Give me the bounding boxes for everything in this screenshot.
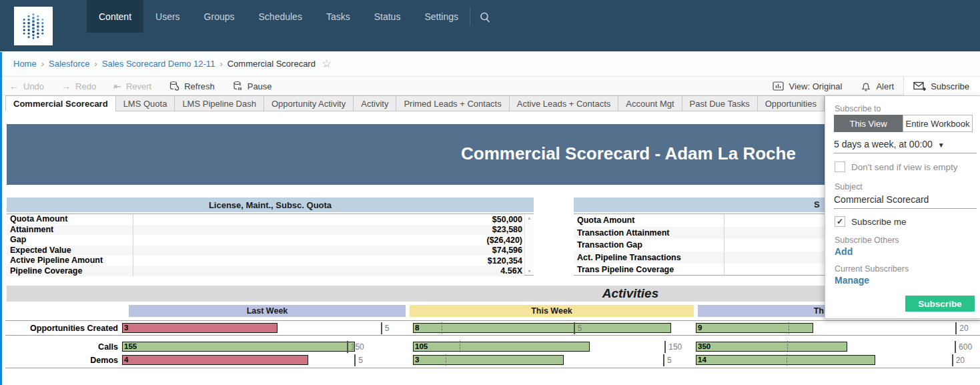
goal-reference-label: 150	[668, 342, 682, 352]
entire-workbook-button[interactable]: Entire Workbook	[903, 115, 973, 132]
breadcrumb-current: Commercial Scorecard	[227, 59, 316, 69]
row-label-cell: Attainment	[7, 225, 133, 236]
row-value-cell: $74,596	[133, 246, 524, 255]
revert-button[interactable]: ⇤Revert	[113, 81, 151, 91]
activity-row-label-opportunities-created: Opportunities Created	[0, 322, 118, 334]
row-label-cell: Trans Pipeline Coverage	[574, 264, 724, 276]
goal-reference-label: 20	[959, 324, 968, 333]
activities-title: Activities	[557, 286, 704, 302]
row-divider	[5, 335, 980, 336]
scroll-down-icon[interactable]: ▼	[525, 269, 534, 274]
add-link[interactable]: Add	[835, 246, 853, 257]
subscribe-envelope-icon	[913, 81, 926, 91]
bar-value-label: 3	[124, 324, 128, 332]
value-bar	[413, 323, 671, 333]
row-label-cell: Active Pipeline Amount	[7, 256, 133, 266]
pause-button[interactable]: Pause	[232, 81, 272, 91]
elapsed-dotted-line	[460, 341, 460, 352]
breadcrumb-link-home[interactable]: Home	[13, 59, 37, 69]
subscribe-submit-button[interactable]: Subscribe	[905, 296, 975, 312]
refresh-data-icon	[169, 81, 179, 91]
manage-link[interactable]: Manage	[835, 275, 869, 286]
value-bar	[696, 342, 847, 352]
quota-table: Quota Amount$50,000Attainment$23,580Gap(…	[7, 214, 534, 276]
row-label-cell: Act. Pipeline Transactions	[574, 252, 724, 264]
elapsed-dotted-line	[787, 341, 788, 352]
undo-button[interactable]: ←Undo	[9, 81, 44, 91]
table-row: Quota Amount$50,000	[7, 214, 524, 225]
nav-item-tasks[interactable]: Tasks	[314, 0, 362, 33]
tab-lms-pipeline-dash[interactable]: LMS Pipeline Dash	[174, 95, 264, 111]
tab-primed-leads-contacts[interactable]: Primed Leads + Contacts	[396, 95, 509, 111]
view-original-button[interactable]: View: Original	[763, 77, 851, 95]
nav-item-settings[interactable]: Settings	[412, 0, 470, 33]
dont-send-label: Don't send if view is empty	[851, 162, 957, 172]
goal-reference-line	[381, 322, 382, 334]
table-row: Pipeline Coverage4.56X	[7, 266, 524, 277]
row-divider	[5, 320, 980, 321]
goal-reference-label: 150	[351, 342, 364, 352]
subscribe-me-checkbox-row[interactable]: ✓ Subscribe me	[835, 216, 907, 227]
value-bar	[413, 342, 590, 352]
breadcrumb-separator-icon: ›	[219, 59, 222, 69]
subscribe-me-checkbox[interactable]: ✓	[835, 216, 845, 227]
alert-button[interactable]: Alert	[851, 77, 903, 95]
subscribe-me-label: Subscribe me	[851, 217, 907, 227]
globe-logo-icon	[17, 9, 50, 43]
tab-active-leads-contacts[interactable]: Active Leads + Contacts	[509, 95, 619, 111]
subscribe-button-toolbar[interactable]: Subscribe	[903, 77, 980, 95]
nav-item-status[interactable]: Status	[362, 0, 413, 33]
value-bar	[696, 323, 813, 333]
subscribe-target-toggle: This View Entire Workbook	[834, 115, 973, 132]
favorite-star-icon[interactable]: ☆	[322, 57, 332, 71]
table-row: Gap($26,420)	[7, 235, 524, 246]
pause-updates-icon	[232, 81, 243, 91]
value-bar	[122, 342, 355, 352]
scroll-up-icon[interactable]: ▲	[525, 216, 534, 220]
dont-send-checkbox[interactable]	[835, 161, 845, 172]
elapsed-dotted-line	[442, 322, 442, 334]
goal-reference-label: 600	[959, 342, 972, 352]
tab-lms-quota[interactable]: LMS Quota	[115, 95, 175, 111]
revert-icon: ⇤	[113, 81, 121, 91]
bar-value-label: 3	[415, 356, 419, 364]
tab-commercial-scorecard[interactable]: Commercial Scorecard	[5, 95, 116, 111]
bar-cell: 150105	[413, 341, 684, 353]
goal-reference-label: 5	[578, 324, 582, 333]
tableau-server-window: ContentUsersGroupsSchedulesTasksStatusSe…	[0, 0, 980, 385]
table-row: Active Pipeline Amount$120,354	[7, 256, 524, 266]
refresh-button[interactable]: Refresh	[169, 81, 215, 91]
row-label-cell: Gap	[7, 235, 133, 246]
this-view-button[interactable]: This View	[834, 115, 903, 132]
schedule-select[interactable]: 5 days a week, at 00:00 ▼	[834, 139, 977, 153]
bar-value-label: 14	[698, 356, 706, 364]
nav-item-content[interactable]: Content	[87, 0, 143, 33]
column-header-this-week: This Week	[410, 305, 694, 317]
value-bar	[413, 355, 564, 365]
tab-opportunity-activity[interactable]: Opportunity Activity	[264, 95, 354, 111]
bar-cell: 209	[696, 322, 964, 334]
activity-row-label-calls: Calls	[0, 341, 118, 353]
goal-reference-line	[354, 354, 356, 366]
nav-item-groups[interactable]: Groups	[192, 0, 247, 33]
tab-account-mgt[interactable]: Account Mgt	[618, 95, 682, 111]
tab-activity[interactable]: Activity	[353, 95, 396, 111]
nav-item-users[interactable]: Users	[143, 0, 192, 33]
search-icon[interactable]	[476, 9, 494, 26]
redo-button[interactable]: →Redo	[61, 81, 96, 91]
breadcrumb-link-salesforce[interactable]: Salesforce	[49, 59, 89, 69]
breadcrumb-link-workbook[interactable]: Sales Scorecard Demo 12-11	[102, 59, 215, 69]
goal-reference-label: 5	[667, 356, 672, 365]
tab-past-due-tasks[interactable]: Past Due Tasks	[682, 95, 758, 111]
dont-send-checkbox-row[interactable]: Don't send if view is empty	[835, 161, 957, 172]
nav-menu: ContentUsersGroupsSchedulesTasksStatusSe…	[87, 0, 470, 33]
subject-input[interactable]: Commercial Scorecard	[834, 194, 977, 209]
goal-reference-line	[347, 341, 348, 353]
subject-label: Subject	[835, 182, 863, 191]
row-label-cell: Quota Amount	[7, 214, 133, 225]
tab-opportunities[interactable]: Opportunities	[757, 95, 825, 111]
quota-table-scrollbar[interactable]: ▲ ▼	[524, 214, 534, 275]
nav-item-schedules[interactable]: Schedules	[247, 0, 314, 33]
goal-reference-label: 5	[385, 324, 390, 333]
logo[interactable]	[14, 7, 53, 45]
